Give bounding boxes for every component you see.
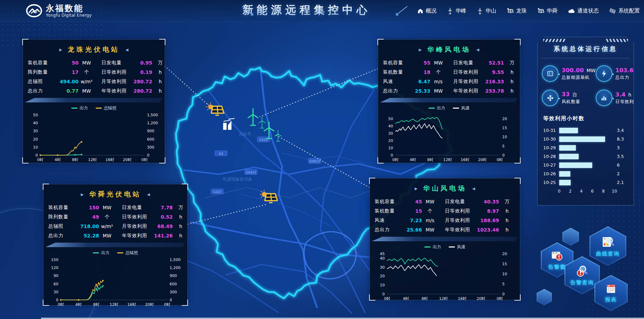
stat-unit: 个: [422, 208, 438, 214]
stat-row: 总出力0.77MW: [28, 87, 95, 94]
svg-text:20时: 20时: [478, 158, 487, 162]
svg-text:900: 900: [147, 129, 154, 133]
svg-text:15: 15: [502, 262, 507, 266]
bar-row-10-26: 10-262: [543, 169, 629, 178]
svg-text:10: 10: [502, 272, 507, 276]
svg-text:G323: G323: [213, 190, 221, 194]
tile-unit: 台: [572, 92, 577, 98]
corner-bracket: [182, 184, 188, 190]
report-button[interactable]: 报表: [594, 275, 628, 311]
stat-value: 280.72: [133, 79, 152, 84]
nav-item-label: 华峰: [456, 7, 466, 15]
stat-row: 总出力52.28MW: [48, 232, 115, 239]
svg-text:30: 30: [33, 129, 38, 133]
svg-text:30: 30: [54, 290, 58, 294]
svg-text:0时: 0时: [392, 158, 399, 162]
stat-row: 月等效利用280.72h: [101, 78, 168, 85]
legend-item: 总辐照: [96, 105, 116, 111]
stat-unit: 个: [430, 69, 446, 75]
stat-value: 6.47: [415, 79, 430, 84]
bar-value-label: 3.4: [617, 128, 629, 133]
svg-text:12时: 12时: [110, 302, 119, 307]
nav-item-华峰[interactable]: 华峰: [447, 7, 466, 15]
huafeng-day-curve-chart: 01020304050051015200时4时8时12时16时20时0时: [381, 111, 517, 163]
stat-row: 年等效利用280.72h: [101, 87, 168, 94]
nav-item-华舜[interactable]: 华舜: [537, 7, 557, 15]
stat-value: 15: [407, 208, 422, 214]
legend-label: 出力: [433, 244, 441, 250]
svg-text:0: 0: [502, 153, 505, 158]
svg-text:50: 50: [388, 117, 393, 121]
corner-bracket: [159, 39, 165, 45]
stat-label: 总出力: [375, 227, 407, 233]
summary-tile-风机数量: 33台风机数量: [542, 90, 596, 106]
stat-value: 17: [60, 69, 79, 75]
stat-value: 45: [407, 199, 422, 204]
hex-button-label: 告警查询: [570, 279, 594, 286]
stat-label: 总辐照: [28, 78, 60, 85]
legend-swatch: [93, 252, 99, 253]
bar-fill: [559, 154, 579, 159]
nav-item-龙珠[interactable]: 龙珠: [507, 7, 527, 15]
panel-title: 华山风电场: [423, 184, 467, 193]
main-nav: 概况华峰华山龙珠华舜通道状态系统配置: [417, 0, 640, 22]
bar-value-label: 6: [617, 162, 629, 168]
stat-row: 装机容量150MW: [48, 204, 115, 211]
stat-value: 50: [60, 60, 79, 66]
corner-bracket: [369, 294, 375, 301]
bar-track: [559, 128, 614, 133]
bar-value-label: 2.1: [617, 180, 629, 185]
bar-axis-tick: 8: [602, 189, 605, 194]
stat-unit: h: [152, 69, 168, 75]
stat-unit: 万: [173, 204, 189, 211]
panel-ribbon: [25, 98, 163, 102]
svg-text:20: 20: [33, 137, 38, 142]
legend-swatch: [71, 108, 78, 109]
corner-bracket: [43, 184, 49, 190]
stat-value: 52.28: [80, 233, 99, 238]
nav-item-华山[interactable]: 华山: [477, 7, 496, 15]
huashan-day-curve-chart: 01020304045051015200时4时8时12时16时20时0时: [373, 250, 517, 302]
panel-stats: 装机容量55MW装机数量18个风速6.47m/s总出力25.33MW日发电量52…: [378, 58, 520, 94]
svg-text:0: 0: [56, 298, 58, 302]
stat-value: 40.35: [477, 199, 499, 204]
stat-value: 9.55: [485, 69, 504, 75]
nav-item-通道状态[interactable]: 通道状态: [568, 7, 599, 15]
panel-stats: 装机容量50MW阵列数量17个总辐照494.00w/m²总出力0.77MW日发电…: [23, 58, 165, 94]
stat-unit: w/m²: [79, 79, 95, 84]
bar-row-10-25: 10-252.1: [543, 178, 629, 187]
stat-unit: MW: [79, 60, 95, 66]
panel-title-row: ▶华峰风电场◀: [378, 40, 520, 58]
svg-text:300: 300: [170, 290, 177, 294]
nav-item-系统配置[interactable]: 系统配置: [609, 7, 640, 15]
summary-tile-日等效利用: 3.4h日等效利用: [596, 90, 644, 106]
stat-value: 141.26: [154, 233, 173, 238]
bar-row-10-29: 10-293: [543, 143, 629, 152]
svg-text:40: 40: [388, 124, 393, 128]
panel-stats: 装机容量45MW装机数量15个风速7.23m/s总出力25.66MW日发电量40…: [370, 196, 520, 233]
hex-button-label: 报表: [605, 296, 617, 303]
left-arrow-icon: ◀: [476, 48, 479, 52]
svg-text:4时: 4时: [403, 296, 409, 301]
logo-title: 永福数能: [46, 4, 92, 13]
nav-item-label: 概况: [426, 7, 437, 15]
svg-text:4时: 4时: [410, 158, 416, 162]
corner-bracket: [22, 157, 28, 163]
bar-category-label: 10-30: [543, 136, 559, 142]
svg-text:0: 0: [35, 153, 38, 158]
summary-tile-总出力: 103.68MW总出力: [596, 65, 644, 82]
stat-unit: MW: [79, 88, 95, 94]
legend-label: 出力: [80, 105, 88, 111]
stat-value: 55: [415, 60, 430, 66]
stats-left-column: 装机容量50MW阵列数量17个总辐照494.00w/m²总出力0.77MW: [28, 59, 95, 94]
legend-swatch: [429, 108, 435, 109]
stat-label: 风速: [383, 78, 415, 85]
svg-text:0: 0: [170, 298, 172, 302]
stat-row: 装机容量55MW: [383, 59, 446, 66]
tile-unit: MW: [587, 68, 596, 73]
tile-label: 风机数量: [562, 99, 580, 105]
decorative-hexagon: [537, 289, 552, 305]
nav-item-概况[interactable]: 概况: [417, 7, 437, 15]
stats-left-column: 装机容量150MW阵列数量49个总辐照718.00w/m²总出力52.28MW: [48, 204, 115, 239]
svg-text:900: 900: [170, 274, 177, 278]
